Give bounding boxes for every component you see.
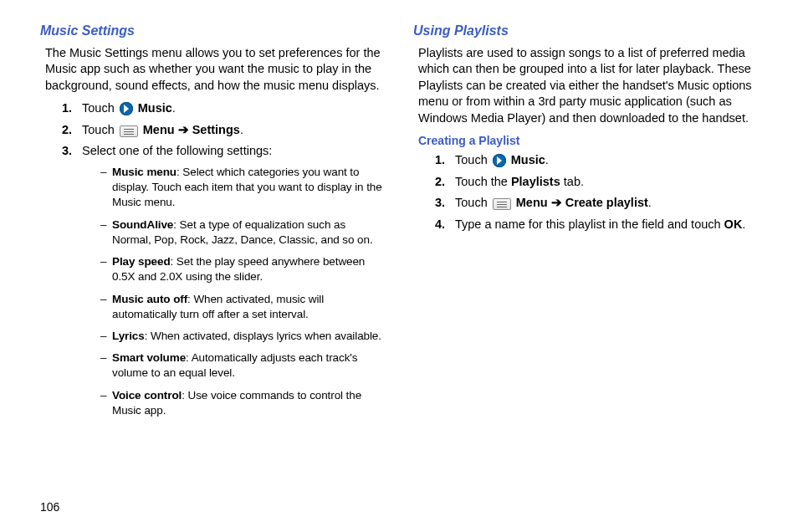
menu-label: Menu	[143, 123, 175, 136]
creating-playlist-steps: 1. Touch Music. 2. Touch the Playlists t…	[435, 152, 758, 233]
step-text: Touch	[82, 101, 118, 115]
music-settings-intro: The Music Settings menu allows you to se…	[45, 45, 385, 95]
step-2: 2. Touch Menu ➔ Settings.	[62, 122, 385, 139]
bullet-lyrics: Lyrics: When activated, displays lyrics …	[100, 329, 385, 344]
music-settings-heading: Music Settings	[40, 22, 385, 40]
bullet-music-auto-off: Music auto off: When activated, music wi…	[100, 292, 385, 322]
bullet-soundalive: SoundAlive: Set a type of equalization s…	[100, 217, 385, 248]
right-column: Using Playlists Playlists are used to as…	[413, 22, 758, 425]
using-playlists-intro: Playlists are used to assign songs to a …	[418, 45, 758, 127]
step-1: 1. Touch Music.	[435, 152, 758, 169]
bullet-play-speed: Play speed: Set the play speed anywhere …	[100, 254, 385, 284]
step-3: 3. Touch Menu ➔ Create playlist.	[435, 195, 758, 212]
creating-playlist-heading: Creating a Playlist	[418, 133, 758, 149]
using-playlists-heading: Using Playlists	[413, 22, 758, 40]
menu-icon	[120, 125, 138, 137]
menu-icon	[493, 198, 511, 210]
bullet-smart-volume: Smart volume: Automatically adjusts each…	[100, 350, 385, 381]
music-app-icon	[120, 102, 133, 115]
step-1: 1. Touch Music.	[62, 100, 385, 117]
left-column: Music Settings The Music Settings menu a…	[40, 22, 385, 425]
bullet-voice-control: Voice control: Use voice commands to con…	[100, 388, 385, 418]
step-bold: Music	[138, 101, 172, 115]
step-2: 2. Touch the Playlists tab.	[435, 174, 758, 191]
page-number: 106	[40, 499, 59, 515]
bullet-music-menu: Music menu: Select which categories you …	[100, 165, 385, 211]
step-4: 4. Type a name for this playlist in the …	[435, 217, 758, 233]
step-3: 3. Select one of the following settings:…	[62, 143, 385, 418]
step-text: Touch	[82, 123, 118, 136]
settings-bullets: Music menu: Select which categories you …	[100, 165, 385, 418]
music-settings-steps: 1. Touch Music. 2. Touch Menu ➔ Settings…	[62, 100, 385, 418]
music-app-icon	[493, 154, 506, 167]
settings-label: Settings	[192, 123, 240, 136]
step-text: Select one of the following settings:	[82, 144, 272, 157]
